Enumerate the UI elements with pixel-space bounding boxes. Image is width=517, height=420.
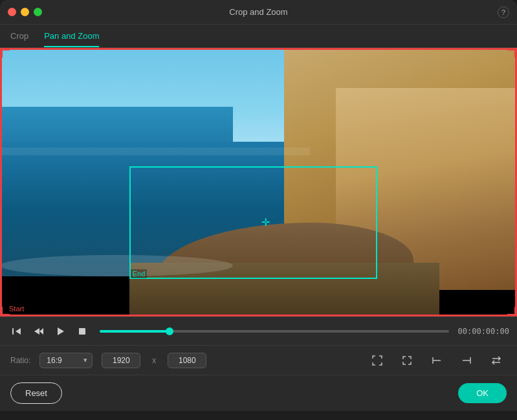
stop-button[interactable] (74, 324, 91, 338)
progress-bar[interactable] (100, 330, 449, 333)
options-bar: Ratio: 16:9 4:3 1:1 9:16 Custom 1920 x 1… (0, 345, 517, 375)
height-input[interactable]: 1080 (168, 353, 206, 368)
tab-crop[interactable]: Crop (10, 25, 28, 47)
bottom-bar: Reset OK (0, 375, 517, 411)
scene-horizon (0, 148, 310, 155)
progress-fill (100, 330, 170, 333)
help-button[interactable]: ? (498, 6, 509, 18)
window-title: Crop and Zoom (229, 7, 287, 17)
svg-marker-2 (34, 328, 39, 335)
maximize-button[interactable] (34, 8, 42, 16)
ratio-select-wrapper[interactable]: 16:9 4:3 1:1 9:16 Custom (39, 353, 93, 368)
progress-thumb[interactable] (166, 327, 173, 335)
svg-marker-3 (39, 328, 43, 335)
swap-icon-button[interactable] (486, 352, 507, 369)
start-label: Start (9, 305, 24, 313)
skip-back-button[interactable] (8, 324, 26, 339)
scene-foam (0, 255, 233, 276)
minimize-button[interactable] (21, 8, 29, 16)
ok-button[interactable]: OK (458, 383, 507, 403)
crop-corner-bl (1, 307, 10, 316)
tab-pan-zoom[interactable]: Pan and Zoom (44, 25, 99, 47)
svg-rect-0 (12, 328, 14, 335)
crop-corner-br (507, 307, 516, 316)
expand-icon-button[interactable] (397, 352, 417, 369)
svg-marker-1 (16, 328, 21, 335)
align-right-icon-button[interactable] (456, 352, 477, 369)
ratio-select[interactable]: 16:9 4:3 1:1 9:16 Custom (39, 353, 93, 368)
width-input[interactable]: 1920 (102, 353, 140, 368)
ratio-label: Ratio: (10, 356, 30, 365)
titlebar: Crop and Zoom ? (0, 0, 517, 25)
svg-rect-5 (79, 328, 85, 335)
playback-controls: 00:00:00:00 (0, 316, 517, 345)
window-controls (8, 8, 42, 16)
video-canvas[interactable]: ✛ End Start (0, 48, 517, 316)
step-back-button[interactable] (30, 324, 48, 339)
time-display: 00:00:00:00 (458, 327, 509, 336)
play-button[interactable] (52, 324, 70, 339)
tab-bar: Crop Pan and Zoom (0, 25, 517, 48)
close-button[interactable] (8, 8, 16, 16)
reset-button[interactable]: Reset (10, 382, 62, 404)
align-left-icon-button[interactable] (426, 352, 447, 369)
svg-marker-4 (58, 327, 64, 335)
dim-separator: x (152, 356, 156, 365)
fit-icon-button[interactable] (367, 352, 388, 369)
